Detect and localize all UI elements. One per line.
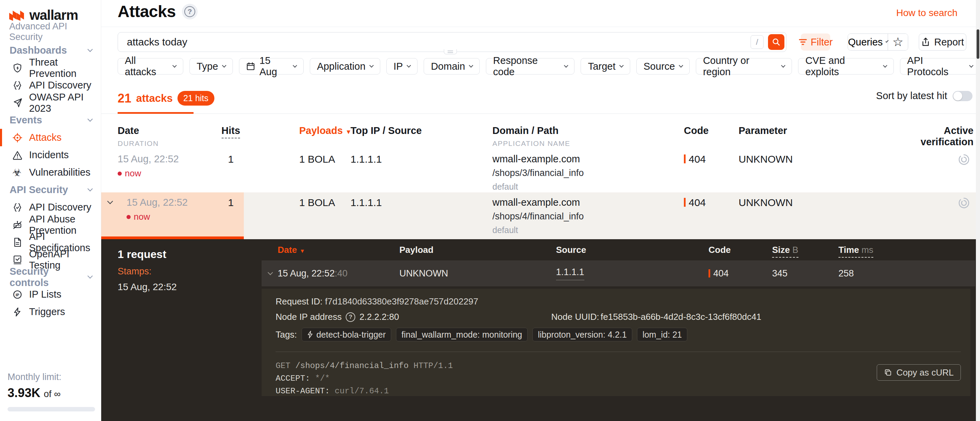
- attack-top-ip[interactable]: 1.1.1.1: [350, 197, 492, 235]
- report-button[interactable]: Report: [919, 33, 966, 51]
- chip-ip[interactable]: IP: [387, 58, 417, 75]
- sidebar-item-vulnerabilities[interactable]: ☣ Vulnerabilities: [0, 164, 101, 181]
- calendar-icon: [246, 62, 255, 71]
- sidebar-item-ip-lists[interactable]: IP IP Lists: [0, 286, 101, 303]
- attacks-count-tab[interactable]: 21 attacks 21 hits: [118, 91, 215, 106]
- chevron-down-icon: [969, 63, 974, 68]
- attack-row-2-expanded[interactable]: 15 Aug, 22:52 now 1 1 BOLA 1.1.1.1 wmall…: [101, 192, 980, 239]
- col-size[interactable]: Size B: [772, 245, 838, 255]
- attacks-table-header: Date DURATION Hits Payloads▼ Top IP / So…: [101, 125, 980, 148]
- monthly-limit-label: Monthly limit:: [8, 372, 95, 382]
- attack-payloads[interactable]: 1 BOLA: [299, 153, 350, 192]
- help-button[interactable]: ?: [182, 4, 198, 19]
- request-payload: UNKNOWN: [399, 268, 556, 279]
- col-hits[interactable]: Hits: [219, 125, 243, 148]
- chevron-down-icon: [88, 47, 93, 52]
- sidebar-item-incidents[interactable]: Incidents: [0, 146, 101, 164]
- request-size: 345: [772, 268, 838, 279]
- sidebar-section-api-security[interactable]: API Security: [0, 181, 101, 199]
- shield-lightning-icon: [12, 63, 22, 73]
- sidebar-section-security-controls[interactable]: Security controls: [0, 268, 101, 286]
- brand[interactable]: wallarm: [8, 8, 78, 23]
- main-content: Attacks ? How to search / Filter Queries: [101, 0, 980, 421]
- sort-toggle[interactable]: [953, 91, 972, 101]
- chip-date[interactable]: 15 Aug: [239, 58, 304, 75]
- col-payloads[interactable]: Payloads▼: [299, 125, 350, 148]
- http-header-name: ACCEPT:: [275, 374, 310, 383]
- col-code: Code: [684, 125, 738, 148]
- sidebar-item-owasp[interactable]: OWASP API 2023: [0, 94, 101, 111]
- search-button[interactable]: [768, 34, 784, 50]
- chevron-down-icon: [222, 63, 226, 68]
- question-icon: ?: [184, 6, 195, 17]
- queries-button[interactable]: Queries: [848, 34, 888, 50]
- scrollbar-thumb[interactable]: [977, 29, 979, 59]
- http-header-value: */*: [315, 374, 329, 383]
- search-resize-handle[interactable]: [444, 49, 457, 54]
- col-time[interactable]: Time ms: [838, 245, 975, 255]
- filter-button[interactable]: Filter: [801, 33, 830, 51]
- chip-api-protocols[interactable]: API Protocols: [900, 58, 980, 75]
- col-date[interactable]: Date: [118, 125, 219, 137]
- tag-final-wallarm-mode[interactable]: final_wallarm_mode: monitoring: [396, 328, 528, 342]
- sidebar: wallarm Advanced API Security Dashboards…: [0, 0, 101, 421]
- sidebar-item-attacks[interactable]: Attacks: [0, 129, 101, 146]
- active-verification-icon[interactable]: [958, 153, 970, 166]
- chip-target[interactable]: Target: [581, 58, 630, 75]
- sidebar-item-triggers[interactable]: Triggers: [0, 303, 101, 321]
- tag-detect-bola-trigger[interactable]: detect-bola-trigger: [302, 328, 391, 342]
- chip-country[interactable]: Country or region: [696, 58, 792, 75]
- chevron-down-icon: [88, 116, 93, 122]
- favorite-star-button[interactable]: ☆: [888, 34, 908, 50]
- request-source[interactable]: 1.1.1.1: [556, 267, 584, 280]
- attack-duration: now: [134, 211, 150, 222]
- slash-key-hint: /: [751, 35, 764, 49]
- search-input[interactable]: [118, 32, 786, 52]
- sidebar-section-events[interactable]: Events: [0, 111, 101, 129]
- attack-payloads[interactable]: 1 BOLA: [299, 197, 350, 235]
- request-seconds: :40: [335, 268, 348, 278]
- request-count: 1 request: [118, 248, 177, 261]
- attack-domain: wmall-example.com: [492, 197, 684, 208]
- chip-domain[interactable]: Domain: [424, 58, 480, 75]
- lightning-icon: [307, 331, 313, 338]
- col-date[interactable]: Date▼: [262, 245, 399, 255]
- monthly-limit-progressbar: [8, 407, 95, 411]
- chip-all-attacks[interactable]: All attacks: [118, 58, 183, 75]
- target-icon: [12, 133, 22, 143]
- export-icon: [921, 37, 930, 47]
- live-dot-icon: [127, 215, 130, 219]
- chip-cve[interactable]: CVE and exploits: [798, 58, 894, 75]
- chevron-down-icon: [679, 63, 683, 68]
- page-scrollbar[interactable]: [976, 0, 980, 421]
- copy-as-curl-button[interactable]: Copy as cURL: [877, 364, 961, 381]
- chip-source[interactable]: Source: [636, 58, 690, 75]
- request-row[interactable]: 15 Aug, 22:52:40 UNKNOWN 1.1.1.1 404 345…: [262, 261, 975, 286]
- chevron-down-icon: [781, 63, 786, 68]
- attack-row-1[interactable]: 15 Aug, 22:52 now 1 1 BOLA 1.1.1.1 wmall…: [101, 149, 980, 192]
- chip-response-code[interactable]: Response code: [486, 58, 574, 75]
- collapse-chevron-icon[interactable]: [107, 199, 113, 204]
- status-color-bar: [684, 198, 686, 207]
- attack-top-ip[interactable]: 1.1.1.1: [350, 153, 492, 192]
- results-tabbar: 21 attacks 21 hits Sort by latest hit: [101, 86, 980, 114]
- sidebar-item-threat-prevention[interactable]: Threat Prevention: [0, 59, 101, 76]
- attack-hits: 1: [219, 153, 243, 192]
- hits-badge: 21 hits: [177, 91, 215, 106]
- tag-lom-id[interactable]: lom_id: 21: [637, 328, 687, 342]
- tag-libproton-version[interactable]: libproton_version: 4.2.1: [532, 328, 632, 342]
- chip-application[interactable]: Application: [310, 58, 380, 75]
- active-verification-icon[interactable]: [958, 197, 970, 209]
- node-uuid-value: fe15853b-a66b-4d2d-8c3c-13cf6f80dc41: [601, 311, 762, 322]
- request-details: Request ID: f7d1840d63380e3f9278ae757d20…: [262, 289, 970, 396]
- question-icon[interactable]: ?: [346, 312, 355, 322]
- chip-type[interactable]: Type: [189, 58, 233, 75]
- brand-name: wallarm: [29, 8, 78, 23]
- svg-text:IP: IP: [16, 292, 19, 297]
- request-id-line: Request ID: f7d1840d63380e3f9278ae757d20…: [275, 296, 961, 307]
- how-to-search-link[interactable]: How to search: [896, 8, 958, 19]
- node-ip-value: 2.2.2.2:80: [360, 311, 399, 322]
- lightning-icon: [12, 307, 22, 317]
- http-method: GET: [275, 361, 290, 370]
- ip-circle-icon: IP: [12, 289, 22, 300]
